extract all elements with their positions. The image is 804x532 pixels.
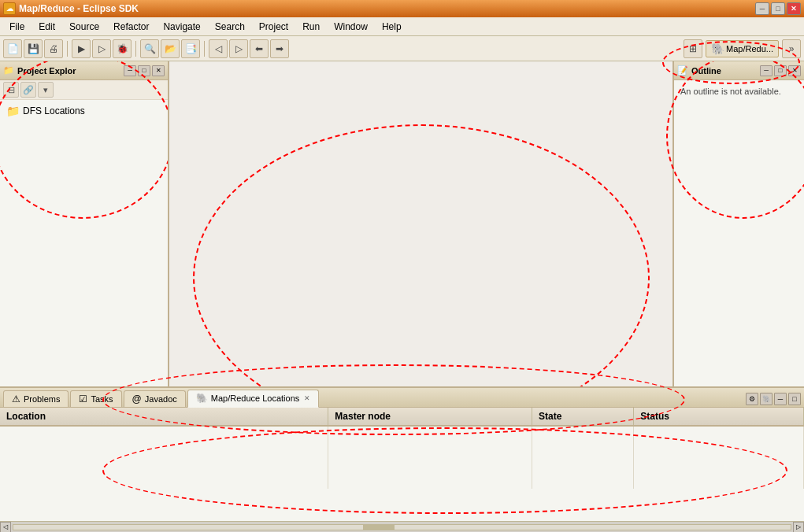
- print-button[interactable]: 🖨: [44, 39, 63, 58]
- table-row: [0, 426, 804, 489]
- main-layout: 📁 Project Explor ─ □ ✕ ⊟ 🔗 ▾ 📁 DFS Locat…: [0, 61, 804, 532]
- run-last-button[interactable]: ▶: [72, 39, 91, 58]
- collapse-all-button[interactable]: ⊟: [3, 82, 19, 98]
- toolbar: 📄 💾 🖨 ▶ ▷ 🐞 🔍 📂 📑 ◁ ▷ ⬅ ➡ ⊞ 🐘 Map/Redu..…: [0, 36, 804, 61]
- dfs-folder-icon: 📁: [6, 105, 20, 117]
- project-explorer-minimize[interactable]: ─: [124, 65, 136, 76]
- table-header-row: Location Master node State Status: [0, 408, 804, 426]
- mapreduce-tab-icon: 🐘: [196, 393, 208, 404]
- bottom-panel-action1[interactable]: ⚙: [746, 393, 758, 405]
- save-button[interactable]: 💾: [24, 39, 43, 58]
- outline-title-area: 📝 Outline: [677, 65, 721, 76]
- close-button[interactable]: ✕: [787, 2, 801, 15]
- problems-icon: ⚠: [12, 393, 20, 405]
- outline-controls: ─ □ ✕: [760, 65, 801, 76]
- tab-mapreduce[interactable]: 🐘 Map/Reduce Locations ✕: [187, 390, 320, 408]
- tab-problems[interactable]: ⚠ Problems: [3, 390, 69, 407]
- minimize-button[interactable]: ─: [755, 2, 769, 15]
- menu-help[interactable]: Help: [376, 20, 408, 34]
- col-status: Status: [634, 408, 804, 426]
- project-explorer-content: 📁 DFS Locations: [0, 100, 168, 386]
- tab-mapreduce-close[interactable]: ✕: [304, 394, 310, 402]
- outline-unavailable-text: An outline is not available.: [680, 87, 781, 96]
- menu-run[interactable]: Run: [296, 20, 326, 34]
- table-body: [0, 426, 804, 489]
- bottom-panel-action2[interactable]: 🐘: [760, 393, 773, 405]
- scroll-left-button[interactable]: ◁: [0, 522, 11, 533]
- bottom-panel-minimize[interactable]: ─: [774, 393, 787, 405]
- maximize-button[interactable]: □: [771, 2, 785, 15]
- outline-panel: 📝 Outline ─ □ ✕ An outline is not availa…: [674, 61, 804, 386]
- scroll-right-button[interactable]: ▷: [793, 522, 804, 533]
- tab-javadoc[interactable]: @ Javadoc: [124, 390, 186, 407]
- view-menu-button[interactable]: ▾: [38, 82, 54, 98]
- menu-source[interactable]: Source: [63, 20, 106, 34]
- prev-edit-button[interactable]: ⬅: [250, 39, 269, 58]
- project-explorer-panel: 📁 Project Explor ─ □ ✕ ⊟ 🔗 ▾ 📁 DFS Locat…: [0, 61, 169, 386]
- debug-button[interactable]: 🐞: [113, 39, 132, 58]
- open-type-button[interactable]: 📂: [161, 39, 180, 58]
- outline-close[interactable]: ✕: [788, 65, 801, 76]
- tab-bar: ⚠ Problems ☑ Tasks @ Javadoc 🐘 Map/Reduc…: [0, 388, 804, 408]
- menu-refactor[interactable]: Refactor: [107, 20, 155, 34]
- app-icon: ☁: [3, 2, 16, 15]
- bottom-scrollbar[interactable]: ◁ ▷: [0, 521, 804, 532]
- project-explorer-toolbar: ⊟ 🔗 ▾: [0, 80, 168, 100]
- bottom-content: Location Master node State Status: [0, 408, 804, 521]
- tab-mapreduce-label: Map/Reduce Locations: [211, 393, 300, 403]
- toolbar-sep-3: [204, 41, 205, 57]
- search-button[interactable]: 🔍: [140, 39, 159, 58]
- toolbar-sep-2: [135, 41, 136, 57]
- menu-search[interactable]: Search: [209, 20, 251, 34]
- outline-minimize[interactable]: ─: [760, 65, 773, 76]
- bottom-panel-maximize[interactable]: □: [788, 393, 801, 405]
- outline-title: Outline: [691, 66, 721, 76]
- open-resource-button[interactable]: 📑: [181, 39, 200, 58]
- scroll-thumb[interactable]: [363, 525, 395, 530]
- forward-button[interactable]: ▷: [229, 39, 248, 58]
- menu-navigate[interactable]: Navigate: [157, 20, 206, 34]
- back-button[interactable]: ◁: [209, 39, 228, 58]
- perspective-button[interactable]: 🐘 Map/Redu...: [706, 40, 779, 57]
- tab-tasks[interactable]: ☑ Tasks: [70, 390, 121, 407]
- outline-maximize[interactable]: □: [774, 65, 787, 76]
- outline-icon: 📝: [677, 65, 688, 76]
- scroll-track[interactable]: [13, 524, 791, 530]
- project-explorer-title: Project Explor: [17, 66, 76, 76]
- outline-header: 📝 Outline ─ □ ✕: [674, 61, 804, 80]
- menu-window[interactable]: Window: [328, 20, 374, 34]
- perspective-label: Map/Redu...: [726, 44, 773, 54]
- menu-edit[interactable]: Edit: [32, 20, 61, 34]
- tab-javadoc-label: Javadoc: [145, 394, 177, 404]
- col-state: State: [532, 408, 634, 426]
- elephant-icon: 🐘: [711, 42, 724, 55]
- project-explorer-icon: 📁: [3, 65, 14, 76]
- dfs-locations-label: DFS Locations: [23, 105, 85, 116]
- title-bar: ☁ Map/Reduce - Eclipse SDK ─ □ ✕: [0, 0, 804, 17]
- run-button[interactable]: ▷: [92, 39, 111, 58]
- chevron-right-icon[interactable]: »: [782, 39, 801, 58]
- annotation-oval-2: [193, 124, 650, 386]
- open-perspective-icon[interactable]: ⊞: [684, 39, 702, 58]
- mapreduce-table: Location Master node State Status: [0, 408, 804, 489]
- editor-area[interactable]: [169, 61, 674, 386]
- bottom-panel: ⚠ Problems ☑ Tasks @ Javadoc 🐘 Map/Reduc…: [0, 386, 804, 532]
- toolbar-right: ⊞ 🐘 Map/Redu... »: [684, 39, 801, 58]
- menu-project[interactable]: Project: [253, 20, 295, 34]
- next-edit-button[interactable]: ➡: [270, 39, 289, 58]
- project-explorer-controls: ─ □ ✕: [124, 65, 165, 76]
- project-explorer-close[interactable]: ✕: [152, 65, 165, 76]
- tab-bar-controls: ⚙ 🐘 ─ □: [746, 393, 801, 407]
- new-button[interactable]: 📄: [3, 39, 22, 58]
- menu-bar: File Edit Source Refactor Navigate Searc…: [0, 17, 804, 36]
- tab-tasks-label: Tasks: [91, 394, 113, 404]
- col-location: Location: [0, 408, 328, 426]
- content-area: 📁 Project Explor ─ □ ✕ ⊟ 🔗 ▾ 📁 DFS Locat…: [0, 61, 804, 386]
- menu-file[interactable]: File: [3, 20, 31, 34]
- dfs-locations-item[interactable]: 📁 DFS Locations: [3, 103, 165, 119]
- link-editor-button[interactable]: 🔗: [20, 82, 36, 98]
- window-title: Map/Reduce - Eclipse SDK: [19, 3, 139, 14]
- project-explorer-maximize[interactable]: □: [138, 65, 150, 76]
- col-master-node: Master node: [328, 408, 532, 426]
- project-explorer-title-area: 📁 Project Explor: [3, 65, 76, 76]
